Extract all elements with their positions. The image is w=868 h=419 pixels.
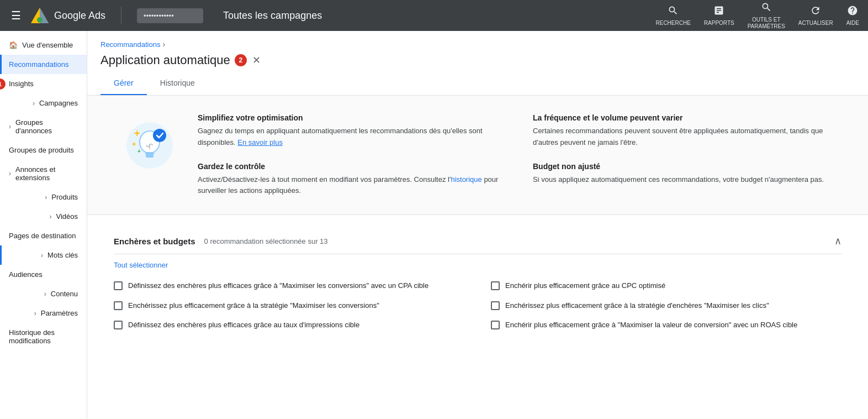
tools-action[interactable]: OUTILS ET PARAMÈTRES — [748, 2, 785, 30]
info-text-4: Si vous appliquez automatiquement ces re… — [533, 174, 841, 186]
svg-point-2 — [37, 17, 43, 23]
info-heading-1: Simplifiez votre optimisation — [198, 113, 506, 122]
svg-rect-5 — [145, 152, 154, 155]
insights-badge: 1 — [0, 78, 6, 90]
checkbox-item-3: Enchérissez plus efficacement grâce à la… — [114, 300, 464, 311]
help-action[interactable]: AIDE — [846, 5, 859, 27]
nav-divider — [121, 7, 121, 24]
tab-historique[interactable]: Historique — [147, 72, 208, 95]
collapse-icon[interactable]: ∧ — [834, 235, 841, 247]
reports-action[interactable]: RAPPORTS — [704, 5, 734, 27]
tabs: Gérer Historique — [100, 72, 855, 95]
checkbox-item-1: Définissez des enchères plus efficaces g… — [114, 280, 464, 291]
page-title-row: Application automatique 2 ✕ — [100, 53, 855, 67]
sidebar-item-videos[interactable]: › Vidéos — [0, 207, 87, 226]
checkbox-4[interactable] — [491, 301, 500, 310]
info-heading-3: La fréquence et le volume peuvent varier — [533, 113, 841, 122]
checkbox-1[interactable] — [114, 281, 123, 290]
sidebar-item-parametres[interactable]: › Paramètres — [0, 303, 87, 323]
reports-label: RAPPORTS — [704, 20, 734, 27]
account-selector-text: •••••••••••• — [144, 12, 174, 20]
top-nav-actions: RECHERCHE RAPPORTS OUTILS ET PARAMÈTRES … — [656, 2, 860, 30]
sidebar-item-annonces-extensions[interactable]: › Annonces et extensions — [0, 160, 87, 187]
chevron-icon: › — [9, 170, 11, 177]
sidebar-label-contenu: Contenu — [51, 290, 78, 298]
info-text-2: Activez/Désactivez-les à tout moment en … — [198, 174, 506, 197]
info-text-3: Certaines recommandations peuvent souven… — [533, 125, 841, 149]
account-selector[interactable]: •••••••••••• — [137, 8, 203, 23]
search-action[interactable]: RECHERCHE — [656, 5, 691, 27]
refresh-icon — [810, 5, 821, 19]
google-ads-logo: Google Ads — [30, 6, 105, 25]
chevron-icon: › — [9, 123, 11, 130]
sidebar-label-insights: Insights — [9, 80, 34, 88]
sidebar-label-vue-ensemble: Vue d'ensemble — [22, 41, 73, 49]
sidebar-item-insights[interactable]: Insights 1 — [0, 74, 87, 93]
sidebar-item-contenu[interactable]: › Contenu — [0, 284, 87, 303]
main-content: Recommandations › Application automatiqu… — [87, 31, 868, 419]
checkbox-label-3: Enchérissez plus efficacement grâce à la… — [128, 300, 379, 311]
info-block-controle: Gardez le contrôle Activez/Désactivez-le… — [198, 162, 506, 197]
info-col-1: Simplifiez votre optimisation Gagnez du … — [198, 113, 506, 197]
breadcrumb-link[interactable]: Recommandations — [100, 40, 160, 49]
refresh-label: ACTUALISER — [798, 20, 833, 27]
sidebar-item-groupes-produits[interactable]: Groupes de produits — [0, 140, 87, 160]
sidebar-label-videos: Vidéos — [56, 212, 78, 221]
layout: 🏠 Vue d'ensemble Recommandations Insight… — [0, 31, 868, 419]
svg-text:+: + — [134, 128, 140, 139]
sidebar-label-pages-destination: Pages de destination — [9, 232, 76, 240]
info-columns: Simplifiez votre optimisation Gagnez du … — [198, 113, 841, 197]
info-text-1: Gagnez du temps en appliquant automatiqu… — [198, 125, 506, 149]
rec-section-header: Enchères et budgets 0 recommandation sél… — [114, 228, 841, 254]
rec-section-left: Enchères et budgets 0 recommandation sél… — [114, 237, 328, 246]
help-label: AIDE — [846, 20, 859, 27]
checkbox-item-2: Enchérir plus efficacement grâce au CPC … — [491, 280, 841, 291]
checkbox-3[interactable] — [114, 301, 123, 310]
bulb-illustration: + + + — [117, 113, 177, 174]
sidebar-item-vue-ensemble[interactable]: 🏠 Vue d'ensemble — [0, 35, 87, 55]
rec-section-title: Enchères et budgets — [114, 237, 195, 246]
sidebar-item-pages-destination[interactable]: Pages de destination — [0, 226, 87, 245]
select-all-row: Tout sélectionner — [114, 254, 841, 276]
top-nav-left: ☰ Google Ads •••••••••••• Toutes les cam… — [9, 6, 322, 25]
chevron-icon: › — [41, 252, 43, 259]
rec-section: Enchères et budgets 0 recommandation sél… — [87, 228, 868, 344]
hamburger-icon[interactable]: ☰ — [9, 7, 23, 24]
sidebar-item-historique[interactable]: Historique des modifications — [0, 323, 87, 350]
sidebar-label-groupes-annonces: Groupes d'annonces — [15, 118, 78, 135]
chevron-icon: › — [34, 310, 36, 317]
page-title-nav: Toutes les campagnes — [223, 10, 322, 22]
sidebar-label-produits: Produits — [51, 193, 78, 201]
sidebar-item-campagnes[interactable]: › Campagnes — [0, 93, 87, 113]
tools-label: OUTILS ET PARAMÈTRES — [748, 17, 785, 30]
info-block-budget: Budget non ajusté Si vous appliquez auto… — [533, 162, 841, 186]
top-nav: ☰ Google Ads •••••••••••• Toutes les cam… — [0, 0, 868, 31]
svg-point-8 — [153, 129, 166, 142]
sidebar-item-produits[interactable]: › Produits — [0, 187, 87, 207]
svg-rect-6 — [146, 155, 154, 158]
sidebar-item-groupes-annonces[interactable]: › Groupes d'annonces — [0, 113, 87, 140]
svg-text:+: + — [132, 140, 136, 148]
info-col-2: La fréquence et le volume peuvent varier… — [533, 113, 841, 197]
checkbox-item-5: Définissez des enchères plus efficaces g… — [114, 320, 464, 331]
sidebar-item-recommandations[interactable]: Recommandations — [0, 55, 87, 74]
sidebar-item-audiences[interactable]: Audiences — [0, 265, 87, 284]
help-icon — [847, 5, 858, 19]
sidebar-label-audiences: Audiences — [9, 270, 43, 279]
chevron-icon: › — [44, 290, 46, 298]
info-block-simplifiez: Simplifiez votre optimisation Gagnez du … — [198, 113, 506, 149]
refresh-action[interactable]: ACTUALISER — [798, 5, 833, 27]
tab-gerer[interactable]: Gérer — [100, 72, 147, 95]
sidebar-label-annonces-extensions: Annonces et extensions — [15, 165, 78, 182]
select-all-link[interactable]: Tout sélectionner — [114, 254, 168, 276]
checkbox-6[interactable] — [491, 321, 500, 329]
info-heading-4: Budget non ajusté — [533, 162, 841, 171]
checkbox-2[interactable] — [491, 281, 500, 290]
close-button[interactable]: ✕ — [251, 53, 262, 67]
historique-link[interactable]: historique — [451, 175, 481, 184]
sidebar-item-mots-cles[interactable]: › Mots clés — [0, 245, 87, 265]
checkbox-item-6: Enchérir plus efficacement grâce à "Maxi… — [491, 320, 841, 331]
en-savoir-plus-link[interactable]: En savoir plus — [237, 138, 283, 146]
breadcrumb: Recommandations › — [100, 40, 855, 49]
checkbox-5[interactable] — [114, 321, 123, 329]
